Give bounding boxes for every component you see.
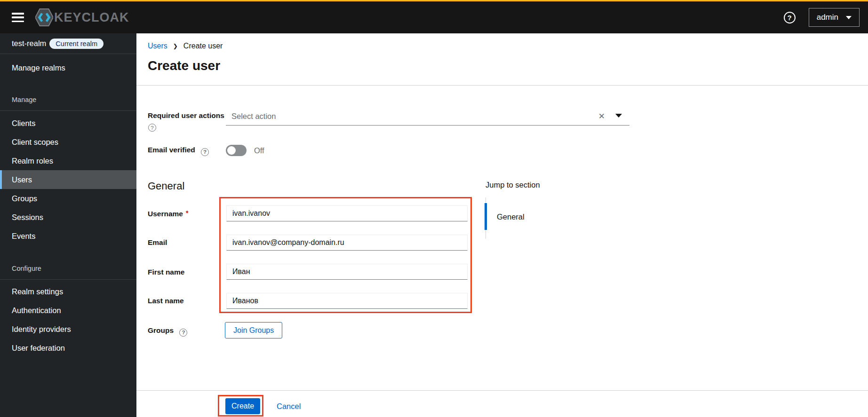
email-verified-label: Email verified ? — [148, 146, 209, 156]
sidebar-divider — [0, 279, 136, 280]
realm-name: test-realm — [12, 39, 46, 48]
brand-name: KEYCLOAK — [54, 10, 129, 25]
sidebar-item-clients[interactable]: Clients — [0, 114, 136, 133]
email-verified-help-icon[interactable]: ? — [201, 148, 209, 156]
general-section-heading: General — [148, 180, 184, 192]
help-icon[interactable]: ? — [784, 12, 796, 24]
footer-divider — [136, 390, 868, 391]
sidebar-divider — [0, 110, 136, 111]
cancel-link[interactable]: Cancel — [277, 402, 301, 411]
header-divider — [136, 85, 868, 86]
sidebar-item-manage-realms[interactable]: Manage realms — [0, 58, 136, 77]
main-content: Users ❯ Create user Create user Required… — [136, 33, 868, 417]
keycloak-logo[interactable]: KEYCLOAK — [35, 8, 129, 27]
nav-section-manage: Manage — [12, 96, 36, 103]
sidebar-item-client-scopes[interactable]: Client scopes — [0, 133, 136, 151]
nav-section-configure: Configure — [12, 265, 41, 272]
last-name-input[interactable] — [226, 293, 468, 309]
email-verified-state: Off — [254, 146, 264, 155]
sidebar-item-realm-settings[interactable]: Realm settings — [0, 282, 136, 301]
create-button[interactable]: Create — [225, 398, 260, 414]
breadcrumb-current: Create user — [183, 42, 223, 50]
sidebar-item-groups[interactable]: Groups — [0, 189, 136, 208]
user-menu-dropdown[interactable]: admin — [809, 8, 860, 27]
select-placeholder: Select action — [231, 112, 276, 121]
groups-help-icon[interactable]: ? — [179, 329, 187, 337]
first-name-input[interactable] — [226, 264, 468, 280]
required-asterisk: * — [186, 209, 188, 217]
username-label: Username* — [148, 209, 188, 218]
sidebar-item-user-federation[interactable]: User federation — [0, 338, 136, 357]
required-user-actions-label: Required user actions — [148, 111, 224, 120]
help-glyph: ? — [788, 14, 792, 22]
hamburger-menu-icon[interactable] — [12, 13, 24, 22]
page-title: Create user — [148, 58, 220, 73]
required-user-actions-help-icon[interactable]: ? — [148, 124, 156, 132]
sidebar-item-sessions[interactable]: Sessions — [0, 208, 136, 227]
email-input[interactable] — [226, 235, 468, 251]
breadcrumb-users-link[interactable]: Users — [148, 42, 167, 50]
jump-link-active-indicator — [485, 203, 487, 230]
sidebar-item-identity-providers[interactable]: Identity providers — [0, 320, 136, 338]
sidebar-item-realm-roles[interactable]: Realm roles — [0, 151, 136, 170]
join-groups-button[interactable]: Join Groups — [225, 322, 282, 338]
user-menu-label: admin — [817, 13, 838, 22]
current-realm-badge: Current realm — [49, 39, 104, 49]
toggle-knob — [227, 146, 236, 155]
groups-label: Groups ? — [148, 326, 187, 337]
email-verified-toggle[interactable] — [226, 145, 247, 156]
sidebar-nav: test-realm Current realm Manage realms M… — [0, 33, 136, 417]
realm-selector[interactable]: test-realm Current realm — [0, 33, 136, 54]
jump-link-general[interactable]: General — [497, 212, 525, 221]
required-user-actions-select[interactable]: Select action ✕ — [226, 108, 629, 126]
top-bar: KEYCLOAK ? admin — [0, 0, 868, 33]
chevron-down-icon — [846, 16, 852, 19]
email-label: Email — [148, 238, 167, 247]
first-name-label: First name — [148, 268, 184, 276]
chevron-down-icon[interactable] — [615, 114, 622, 118]
sidebar-item-events[interactable]: Events — [0, 227, 136, 245]
clear-selection-icon[interactable]: ✕ — [598, 111, 605, 121]
breadcrumb-separator-icon: ❯ — [173, 43, 178, 49]
username-input[interactable] — [226, 205, 468, 221]
sidebar-item-authentication[interactable]: Authentication — [0, 301, 136, 320]
breadcrumb: Users ❯ Create user — [148, 42, 223, 50]
keycloak-logo-icon — [35, 8, 53, 27]
last-name-label: Last name — [148, 297, 184, 305]
sidebar-item-users[interactable]: Users — [0, 170, 136, 189]
jump-to-section-title: Jump to section — [486, 181, 540, 189]
